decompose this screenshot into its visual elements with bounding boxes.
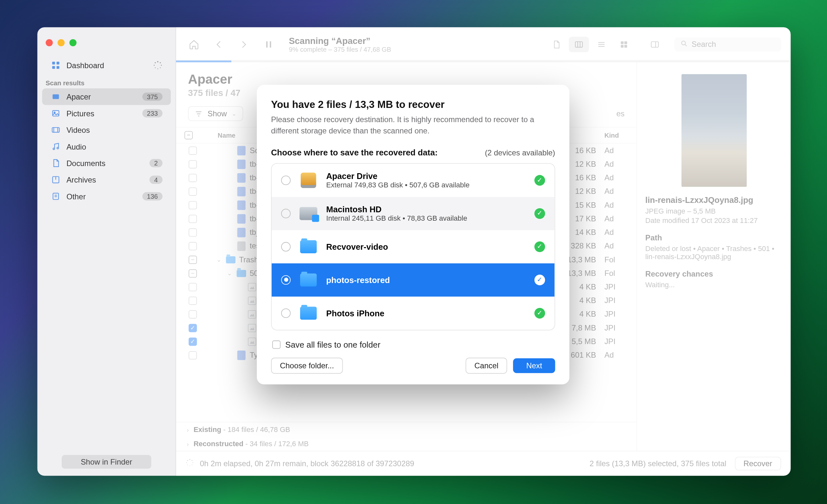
file-type-icon [237,214,246,223]
video-icon [50,125,61,135]
svg-point-17 [57,147,58,149]
preview-path: Deleted or lost • Apacer • Trashes • 501… [645,244,782,261]
row-checkbox[interactable] [189,146,197,155]
row-checkbox[interactable] [189,242,197,250]
recover-button[interactable]: Recover [735,457,781,470]
row-checkbox[interactable]: ✓ [189,337,197,346]
disclosure-icon[interactable]: ⌄ [226,270,233,276]
sidebar-item-archives[interactable]: Archives 4 [42,171,171,188]
sidebar-item-videos[interactable]: Videos [42,121,171,138]
pause-scan-button[interactable] [260,36,277,52]
choose-folder-button[interactable]: Choose folder... [271,358,343,374]
svg-rect-2 [52,66,55,69]
search-field[interactable] [675,37,781,51]
disclosure-icon[interactable]: › [187,426,189,433]
svg-point-28 [192,460,193,461]
summary-row[interactable]: ›Existing - 184 files / 46,78 GB [176,422,636,437]
toggle-preview-button[interactable] [645,37,665,52]
file-kind: Fol [604,255,628,264]
file-type-icon [237,268,246,278]
scanning-spinner-icon [153,60,162,70]
row-checkbox[interactable] [189,201,197,209]
sidebar-badge: 136 [142,192,162,201]
cancel-button[interactable]: Cancel [466,358,507,374]
close-window-button[interactable] [46,39,53,46]
row-checkbox[interactable] [189,187,197,196]
destination-title: Apacer Drive [326,171,526,181]
sidebar-label: Dashboard [66,61,148,70]
svg-point-9 [155,67,155,68]
doc-icon [50,158,61,168]
show-in-finder-button[interactable]: Show in Finder [62,455,151,468]
destination-radio[interactable] [281,242,290,251]
view-list-button[interactable] [591,37,611,52]
svg-rect-3 [56,66,59,69]
row-checkbox[interactable] [189,283,197,291]
row-checkbox[interactable] [189,214,197,223]
destination-subtitle: Internal 245,11 GB disk • 78,83 GB avail… [326,214,526,222]
archive-icon [50,174,61,185]
summary-row[interactable]: ›Reconstructed - 34 files / 172,6 MB [176,437,636,451]
new-doc-icon[interactable] [546,37,566,52]
destination-option[interactable]: Macintosh HD Internal 245,11 GB disk • 7… [272,197,555,230]
row-checkbox[interactable] [189,351,197,359]
row-checkbox[interactable] [189,228,197,237]
row-checkbox[interactable] [189,296,197,305]
minimize-window-button[interactable] [57,39,64,46]
search-input[interactable] [692,40,775,49]
destination-option[interactable]: Apacer Drive External 749,83 GB disk • 5… [272,163,555,197]
home-button[interactable] [186,36,202,52]
svg-point-32 [187,465,188,465]
svg-rect-22 [625,41,627,44]
destination-radio[interactable] [281,209,290,218]
sidebar-item-other[interactable]: Other 136 [42,188,171,204]
file-type-icon [247,282,257,291]
svg-rect-1 [56,62,59,65]
svg-point-33 [186,462,187,463]
file-kind: Ad [604,146,628,155]
file-type-icon [226,255,236,264]
destination-list: Apacer Drive External 749,83 GB disk • 5… [271,163,555,330]
scan-subtitle: 9% complete – 375 files / 47,68 GB [289,46,538,53]
sidebar-item-dashboard[interactable]: Dashboard [42,57,171,73]
save-all-checkbox[interactable] [272,340,281,349]
grid-icon [50,60,61,70]
scanning-spinner-icon [186,458,194,468]
sidebar-item-apacer[interactable]: Apacer 375 [42,89,171,105]
row-checkbox[interactable] [189,310,197,318]
save-all-one-folder-option[interactable]: Save all files to one folder [272,340,554,349]
file-kind: JPI [604,283,628,291]
view-columns-button[interactable] [569,37,589,52]
forward-button[interactable] [236,36,252,52]
zoom-window-button[interactable] [69,39,77,46]
search-icon [680,39,688,49]
destination-ok-icon: ✓ [534,241,545,252]
disclosure-icon[interactable]: ⌄ [215,256,222,263]
sidebar-item-pictures[interactable]: Pictures 233 [42,105,171,121]
destination-title: Photos iPhone [326,308,526,317]
destination-radio[interactable] [281,275,290,284]
show-filter-button[interactable]: Show ⌄ [188,106,243,121]
destination-option[interactable]: Photos iPhone ✓ [272,296,555,330]
svg-point-27 [189,459,190,460]
row-checkbox[interactable]: − [189,255,197,264]
scan-progress-fill [176,60,231,62]
column-kind-header[interactable]: Kind [604,132,628,139]
sidebar-item-documents[interactable]: Documents 2 [42,155,171,171]
destination-radio[interactable] [281,175,290,185]
view-grid-button[interactable] [614,37,634,52]
destination-radio[interactable] [281,308,290,317]
row-checkbox[interactable] [189,160,197,168]
destination-option[interactable]: photos-restored ✓ [272,263,555,297]
row-checkbox[interactable] [189,173,197,182]
next-button[interactable]: Next [513,358,555,373]
destination-option[interactable]: Recvover-video ✓ [272,230,555,263]
destination-ok-icon: ✓ [534,175,545,186]
select-all-checkbox[interactable]: − [185,131,193,140]
sidebar-item-audio[interactable]: Audio [42,138,171,155]
disclosure-icon[interactable]: › [187,440,189,447]
svg-point-6 [161,65,162,65]
back-button[interactable] [211,36,227,52]
row-checkbox[interactable]: ✓ [189,324,197,332]
row-checkbox[interactable]: − [189,269,197,278]
